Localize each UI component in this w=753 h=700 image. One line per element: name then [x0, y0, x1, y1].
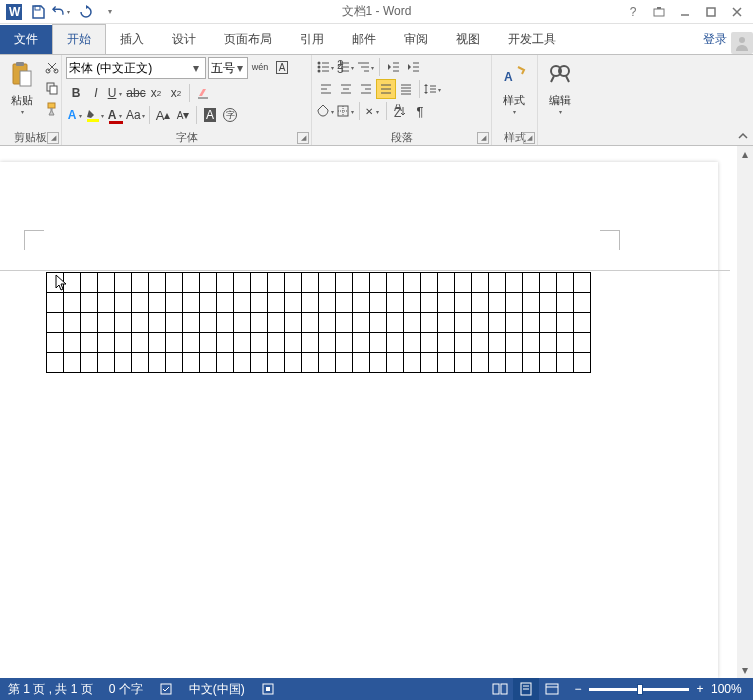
highlight-icon[interactable]: ▾ — [86, 105, 106, 125]
user-avatar[interactable] — [731, 32, 753, 54]
tab-review[interactable]: 审阅 — [390, 25, 442, 54]
table-cell[interactable] — [421, 273, 438, 293]
table-cell[interactable] — [574, 293, 591, 313]
table-cell[interactable] — [149, 313, 166, 333]
table-cell[interactable] — [149, 293, 166, 313]
cut-icon[interactable] — [42, 57, 62, 77]
table-cell[interactable] — [438, 293, 455, 313]
table-cell[interactable] — [472, 273, 489, 293]
table-cell[interactable] — [166, 333, 183, 353]
table-cell[interactable] — [336, 273, 353, 293]
font-name-combo[interactable]: 宋体 (中文正文) ▾ — [66, 57, 206, 79]
table-cell[interactable] — [523, 293, 540, 313]
table-cell[interactable] — [132, 273, 149, 293]
table-cell[interactable] — [217, 293, 234, 313]
table-cell[interactable] — [47, 313, 64, 333]
zoom-level[interactable]: 100% — [711, 682, 747, 696]
view-read-icon[interactable] — [487, 678, 513, 700]
status-macro-icon[interactable] — [253, 678, 283, 700]
table-cell[interactable] — [387, 273, 404, 293]
table-cell[interactable] — [234, 273, 251, 293]
table-cell[interactable] — [472, 293, 489, 313]
table-cell[interactable] — [557, 353, 574, 373]
table-cell[interactable] — [81, 313, 98, 333]
borders-icon[interactable]: ▾ — [336, 101, 356, 121]
table-cell[interactable] — [574, 273, 591, 293]
table-cell[interactable] — [319, 293, 336, 313]
multilevel-list-icon[interactable]: ▾ — [356, 57, 376, 77]
table-cell[interactable] — [285, 353, 302, 373]
char-shading-icon[interactable]: A — [200, 105, 220, 125]
table-cell[interactable] — [540, 273, 557, 293]
table-cell[interactable] — [64, 293, 81, 313]
table-cell[interactable] — [81, 353, 98, 373]
align-distributed-icon[interactable] — [396, 79, 416, 99]
table-cell[interactable] — [200, 273, 217, 293]
table-cell[interactable] — [506, 313, 523, 333]
table-cell[interactable] — [353, 293, 370, 313]
vertical-scrollbar[interactable]: ▴ ▾ — [737, 146, 753, 678]
page[interactable] — [0, 162, 718, 678]
table-cell[interactable] — [132, 313, 149, 333]
table-cell[interactable] — [319, 273, 336, 293]
tab-layout[interactable]: 页面布局 — [210, 25, 286, 54]
table-cell[interactable] — [149, 353, 166, 373]
zoom-thumb[interactable] — [637, 684, 643, 695]
align-left-icon[interactable] — [316, 79, 336, 99]
table-cell[interactable] — [540, 333, 557, 353]
launcher-paragraph[interactable]: ◢ — [477, 132, 489, 144]
table-cell[interactable] — [540, 353, 557, 373]
collapse-ribbon-icon[interactable] — [737, 130, 751, 144]
table-cell[interactable] — [98, 293, 115, 313]
table-cell[interactable] — [472, 333, 489, 353]
table-cell[interactable] — [47, 353, 64, 373]
table-cell[interactable] — [574, 353, 591, 373]
scroll-up-icon[interactable]: ▴ — [737, 146, 753, 162]
table-cell[interactable] — [489, 313, 506, 333]
table-cell[interactable] — [404, 293, 421, 313]
table-cell[interactable] — [132, 293, 149, 313]
table-cell[interactable] — [268, 313, 285, 333]
view-web-icon[interactable] — [539, 678, 565, 700]
table-cell[interactable] — [115, 333, 132, 353]
launcher-font[interactable]: ◢ — [297, 132, 309, 144]
underline-icon[interactable]: U▾ — [106, 83, 126, 103]
status-proofing-icon[interactable] — [151, 678, 181, 700]
table-cell[interactable] — [438, 313, 455, 333]
table-cell[interactable] — [489, 353, 506, 373]
bullets-icon[interactable]: ▾ — [316, 57, 336, 77]
tab-developer[interactable]: 开发工具 — [494, 25, 570, 54]
table-cell[interactable] — [370, 333, 387, 353]
tab-file[interactable]: 文件 — [0, 25, 52, 54]
table-cell[interactable] — [404, 353, 421, 373]
launcher-styles[interactable]: ◢ — [523, 132, 535, 144]
tab-references[interactable]: 引用 — [286, 25, 338, 54]
table-cell[interactable] — [506, 293, 523, 313]
table-cell[interactable] — [64, 273, 81, 293]
table-cell[interactable] — [64, 313, 81, 333]
table-cell[interactable] — [472, 353, 489, 373]
table-cell[interactable] — [387, 293, 404, 313]
scroll-down-icon[interactable]: ▾ — [737, 662, 753, 678]
zoom-slider[interactable] — [589, 688, 689, 691]
table-cell[interactable] — [302, 313, 319, 333]
table-cell[interactable] — [557, 333, 574, 353]
table-cell[interactable] — [523, 273, 540, 293]
table-cell[interactable] — [302, 353, 319, 373]
table-cell[interactable] — [183, 353, 200, 373]
table-cell[interactable] — [302, 293, 319, 313]
clear-formatting-icon[interactable] — [193, 83, 213, 103]
table-cell[interactable] — [404, 333, 421, 353]
table-cell[interactable] — [370, 313, 387, 333]
table-cell[interactable] — [183, 293, 200, 313]
chevron-down-icon[interactable]: ▾ — [235, 61, 245, 75]
table-cell[interactable] — [302, 273, 319, 293]
table-cell[interactable] — [489, 273, 506, 293]
close-icon[interactable] — [725, 2, 749, 22]
copy-icon[interactable] — [42, 78, 62, 98]
phonetic-guide-icon[interactable]: wén — [250, 57, 270, 77]
tab-home[interactable]: 开始 — [52, 24, 106, 55]
table-cell[interactable] — [251, 293, 268, 313]
minimize-icon[interactable] — [673, 2, 697, 22]
table-cell[interactable] — [421, 333, 438, 353]
